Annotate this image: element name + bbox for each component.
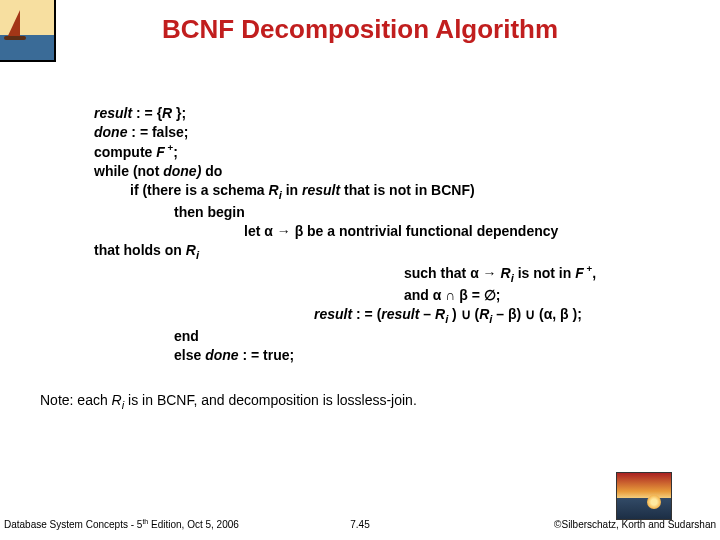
algo-line-10: result : = (result – Ri ) ∪ (Ri – β) ∪ (… xyxy=(94,305,700,327)
algo-line-2: done : = false; xyxy=(94,123,700,142)
algo-line-8: such that α → Ri is not in F +, xyxy=(94,263,700,287)
slide-footer: Database System Concepts - 5th Edition, … xyxy=(0,508,720,536)
algo-line-1: result : = {R }; xyxy=(94,104,700,123)
algo-line-3: compute F +; xyxy=(94,142,700,163)
algo-line-7a: let α → β be a nontrivial functional dep… xyxy=(94,222,700,241)
algo-line-9: and α ∩ β = ∅; xyxy=(94,286,700,305)
algo-line-6: then begin xyxy=(94,203,700,222)
algo-line-5: if (there is a schema Ri in result that … xyxy=(94,181,700,203)
algorithm-body: result : = {R }; done : = false; compute… xyxy=(94,104,700,365)
algo-line-12: else done : = true; xyxy=(94,346,700,365)
footer-copyright: ©Silberschatz, Korth and Sudarshan xyxy=(554,519,716,530)
note-text: Note: each Ri is in BCNF, and decomposit… xyxy=(40,392,417,411)
slide-title: BCNF Decomposition Algorithm xyxy=(0,14,720,45)
algo-line-11: end xyxy=(94,327,700,346)
algo-line-4: while (not done) do xyxy=(94,162,700,181)
algo-line-7b: that holds on Ri xyxy=(94,241,700,263)
